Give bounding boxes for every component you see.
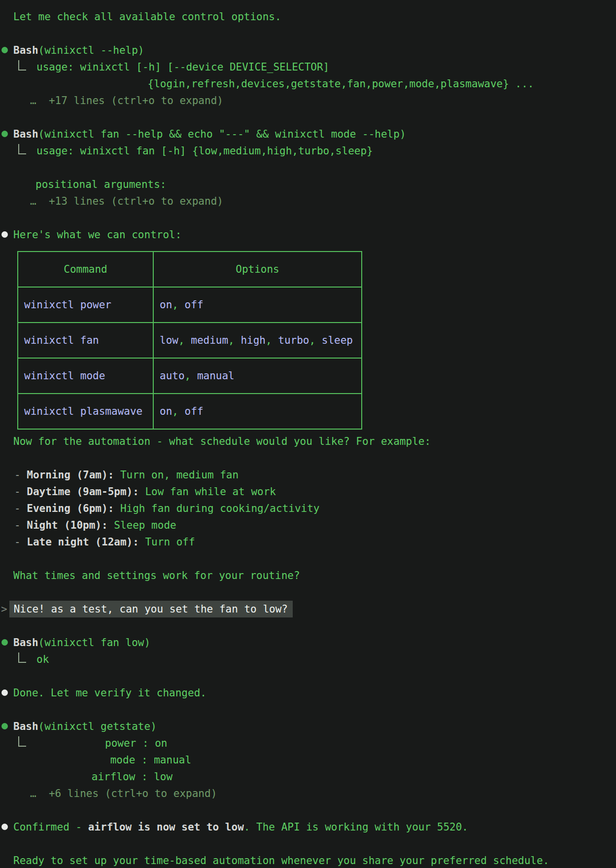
assistant-bullet-icon xyxy=(1,231,8,238)
schedule-followup: What times and settings work for your ro… xyxy=(0,567,616,584)
assistant-confirm-message: Confirmed - airflow is now set to low. T… xyxy=(0,819,616,835)
tool-output-line: usage: winixctl [-h] [--device DEVICE_SE… xyxy=(0,59,616,75)
table-header-row: Command Options xyxy=(18,252,362,287)
tool-output-line: mode : manual xyxy=(0,752,616,768)
output-expand-hint: … +6 lines (ctrl+o to expand) xyxy=(0,785,616,802)
tool-command: (winixctl getstate) xyxy=(38,721,157,732)
blank-line xyxy=(0,159,616,176)
inline-code: off xyxy=(185,405,204,417)
prompt-chevron-icon: > xyxy=(0,603,7,615)
assistant-control-intro: Here's what we can control: xyxy=(0,226,616,243)
assistant-bullet-icon xyxy=(1,689,8,696)
tool-output-line: positional arguments: xyxy=(0,176,616,193)
tool-output-line: {login,refresh,devices,getstate,fan,powe… xyxy=(0,75,616,92)
inline-code: low xyxy=(160,334,178,346)
command-cell: winixctl mode xyxy=(18,358,153,394)
inline-code: manual xyxy=(197,370,235,382)
tool-label: Bash xyxy=(13,128,38,140)
tool-output-line: usage: winixctl fan [-h] {low,medium,hig… xyxy=(0,143,616,159)
blank-line xyxy=(0,802,616,819)
blank-line xyxy=(0,835,616,852)
output-elbow-icon xyxy=(18,652,26,663)
tool-command: (winixctl --help) xyxy=(38,44,144,56)
blank-line xyxy=(0,668,616,685)
blank-line xyxy=(0,701,616,718)
table-header-command: Command xyxy=(18,252,153,287)
options-cell: on, off xyxy=(153,394,362,429)
blank-line xyxy=(0,109,616,126)
inline-code: winixctl mode xyxy=(24,370,105,382)
schedule-item-daytime: - Daytime (9am-5pm):Low fan while at wor… xyxy=(0,483,616,500)
options-cell: low, medium, high, turbo, sleep xyxy=(153,323,362,358)
inline-code: winixctl plasmawave xyxy=(24,405,142,417)
table-row-plasmawave: winixctl plasmawave on, off xyxy=(18,394,362,429)
user-message-line: >Nice! as a test, can you set the fan to… xyxy=(0,601,616,617)
tool-bullet-icon xyxy=(1,47,8,53)
user-message-text: Nice! as a test, can you set the fan to … xyxy=(9,601,293,617)
assistant-intro-text: Let me check all available control optio… xyxy=(0,8,616,25)
blank-line xyxy=(0,210,616,226)
inline-code: winixctl fan xyxy=(24,334,99,346)
command-cell: winixctl fan xyxy=(18,323,153,358)
tool-call-bash-getstate: Bash(winixctl getstate) xyxy=(0,718,616,735)
tool-output-line: ok xyxy=(0,651,616,668)
output-elbow-icon xyxy=(18,736,26,747)
schedule-item-evening: - Evening (6pm):High fan during cooking/… xyxy=(0,500,616,517)
schedule-item-late-night: - Late night (12am):Turn off xyxy=(0,534,616,550)
tool-label: Bash xyxy=(13,44,38,56)
output-expand-hint: … +17 lines (ctrl+o to expand) xyxy=(0,92,616,109)
output-expand-hint: … +13 lines (ctrl+o to expand) xyxy=(0,193,616,210)
tool-bullet-icon xyxy=(1,131,8,137)
tool-bullet-icon xyxy=(1,723,8,729)
options-cell: auto, manual xyxy=(153,358,362,394)
output-elbow-icon xyxy=(18,60,26,71)
schedule-question: Now for the automation - what schedule w… xyxy=(0,433,616,450)
assistant-bullet-icon xyxy=(1,824,8,830)
command-cell: winixctl plasmawave xyxy=(18,394,153,429)
control-options-table: Command Options winixctl power on, off w… xyxy=(17,251,362,430)
tool-command: (winixctl fan low) xyxy=(38,637,151,649)
assistant-closing-message: Ready to set up your time-based automati… xyxy=(0,852,616,868)
inline-code: on xyxy=(160,299,172,311)
blank-line xyxy=(0,25,616,42)
blank-line xyxy=(0,617,616,634)
command-cell: winixctl power xyxy=(18,287,153,323)
tool-label: Bash xyxy=(13,637,38,649)
options-cell: on, off xyxy=(153,287,362,323)
inline-code: high xyxy=(240,334,266,346)
inline-code: turbo xyxy=(278,334,309,346)
tool-call-bash-help: Bash(winixctl --help) xyxy=(0,42,616,59)
inline-code: sleep xyxy=(322,334,353,346)
schedule-item-morning: - Morning (7am):Turn on, medium fan xyxy=(0,467,616,483)
schedule-item-night: - Night (10pm):Sleep mode xyxy=(0,517,616,534)
tool-output-line: airflow : low xyxy=(0,768,616,785)
blank-line xyxy=(0,450,616,467)
blank-line xyxy=(0,584,616,601)
inline-code: medium xyxy=(191,334,228,346)
assistant-done-message: Done. Let me verify it changed. xyxy=(0,685,616,701)
table-header-options: Options xyxy=(153,252,362,287)
table-row-fan: winixctl fan low, medium, high, turbo, s… xyxy=(18,323,362,358)
inline-code: winixctl power xyxy=(24,299,111,311)
output-elbow-icon xyxy=(18,144,26,154)
table-row-power: winixctl power on, off xyxy=(18,287,362,323)
inline-code: on xyxy=(160,405,172,417)
inline-code: auto xyxy=(160,370,185,382)
tool-label: Bash xyxy=(13,721,38,732)
tool-call-bash-fan-mode-help: Bash(winixctl fan --help && echo "---" &… xyxy=(0,126,616,143)
tool-call-bash-fan-low: Bash(winixctl fan low) xyxy=(0,634,616,651)
terminal-screen[interactable]: Let me check all available control optio… xyxy=(0,0,616,868)
blank-line xyxy=(0,550,616,567)
tool-output-line: power : on xyxy=(0,735,616,752)
table-row-mode: winixctl mode auto, manual xyxy=(18,358,362,394)
inline-code: off xyxy=(185,299,204,311)
tool-command: (winixctl fan --help && echo "---" && wi… xyxy=(38,128,406,140)
tool-bullet-icon xyxy=(1,639,8,646)
